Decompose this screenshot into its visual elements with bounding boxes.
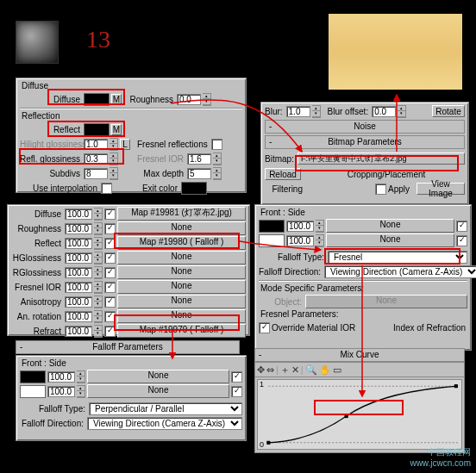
map-row-check[interactable]: ✓ bbox=[104, 208, 116, 220]
rotate-button[interactable]: Rotate bbox=[432, 105, 465, 117]
blur-offset-input[interactable] bbox=[372, 106, 396, 117]
override-ior-check[interactable]: ✓ bbox=[259, 322, 270, 333]
falloff1-dir-select[interactable]: Viewing Direction (Camera Z-Axis) bbox=[87, 417, 242, 430]
subdivs-spinner[interactable]: ▴▾ bbox=[110, 167, 118, 180]
falloff1-type-select[interactable]: Perpendicular / Parallel bbox=[89, 402, 242, 415]
map-row-spinner[interactable]: ▴▾ bbox=[94, 310, 103, 323]
move-icon[interactable]: ✥ bbox=[257, 364, 265, 376]
refl-gloss-spinner[interactable]: ▴▾ bbox=[110, 152, 118, 165]
delete-point-icon[interactable]: ✕ bbox=[291, 364, 299, 376]
falloff1-map2[interactable]: None bbox=[87, 384, 229, 398]
map-row-amount[interactable] bbox=[65, 223, 92, 234]
falloff1-val2[interactable] bbox=[47, 386, 75, 397]
curve-graph[interactable]: 1 0 bbox=[257, 379, 462, 450]
interp-check[interactable] bbox=[101, 183, 112, 194]
map-row-button[interactable]: None bbox=[117, 309, 246, 323]
falloff2-val2[interactable] bbox=[286, 235, 314, 246]
falloff1-swatch1[interactable] bbox=[20, 370, 46, 383]
falloff1-chk2[interactable]: ✓ bbox=[231, 386, 242, 397]
falloff2-spin1[interactable]: ▴▾ bbox=[316, 220, 324, 233]
map-row-spinner[interactable]: ▴▾ bbox=[94, 266, 103, 279]
hilight-gloss-input[interactable] bbox=[84, 139, 108, 150]
reload-button[interactable]: Reload bbox=[265, 168, 301, 180]
falloff2-chk1[interactable]: ✓ bbox=[456, 221, 467, 232]
falloff1-spin2[interactable]: ▴▾ bbox=[77, 385, 85, 398]
fresnel-refl-check[interactable] bbox=[211, 139, 222, 150]
map-row-button[interactable]: None bbox=[117, 265, 246, 279]
map-row-spinner[interactable]: ▴▾ bbox=[94, 252, 103, 265]
map-row-check[interactable]: ✓ bbox=[104, 326, 116, 337]
map-row-button[interactable]: Map #19979 ( Falloff ) bbox=[117, 324, 246, 338]
map-row-button[interactable]: None bbox=[117, 221, 246, 235]
subdivs-input[interactable] bbox=[84, 168, 108, 179]
roughness-input[interactable] bbox=[177, 94, 201, 105]
fresnel-ior-spinner[interactable]: ▴▾ bbox=[213, 152, 222, 165]
map-row-button[interactable]: None bbox=[117, 280, 246, 294]
blur-input[interactable] bbox=[286, 106, 310, 117]
maxdepth-spinner[interactable]: ▴▾ bbox=[213, 167, 222, 180]
map-row-check[interactable]: ✓ bbox=[104, 311, 116, 322]
mixcurve-header[interactable]: Mix Curve bbox=[254, 348, 465, 362]
map-row-check[interactable]: ✓ bbox=[104, 282, 116, 293]
map-row-spinner[interactable]: ▴▾ bbox=[94, 325, 103, 338]
roughness-spinner[interactable]: ▴▾ bbox=[203, 93, 211, 106]
zoom-icon[interactable]: 🔍 bbox=[305, 364, 317, 376]
map-row-spinner[interactable]: ▴▾ bbox=[94, 281, 103, 294]
map-row-button[interactable]: None bbox=[117, 295, 246, 308]
falloff2-swatch2[interactable] bbox=[259, 234, 285, 247]
map-row-amount[interactable] bbox=[65, 267, 92, 278]
bitmap-path-button[interactable]: F:\平安里黄哥中式\灯罩布2.jpg bbox=[298, 152, 465, 165]
reflect-swatch[interactable] bbox=[84, 123, 110, 136]
map-row-spinner[interactable]: ▴▾ bbox=[94, 222, 103, 235]
map-row-check[interactable]: ✓ bbox=[104, 238, 116, 249]
falloff2-swatch1[interactable] bbox=[259, 220, 285, 233]
map-row-spinner[interactable]: ▴▾ bbox=[94, 208, 103, 221]
blur-spinner[interactable]: ▴▾ bbox=[312, 105, 321, 118]
diffuse-map-button[interactable]: M bbox=[111, 94, 122, 105]
map-row-spinner[interactable]: ▴▾ bbox=[94, 296, 103, 308]
maxdepth-input[interactable] bbox=[187, 168, 211, 179]
view-image-button[interactable]: View Image bbox=[416, 183, 465, 195]
map-row-amount[interactable] bbox=[65, 282, 92, 293]
refl-gloss-input[interactable] bbox=[84, 153, 108, 165]
map-row-button[interactable]: None bbox=[117, 251, 246, 265]
map-row-check[interactable]: ✓ bbox=[104, 267, 116, 278]
reflect-map-button[interactable]: M bbox=[111, 124, 122, 135]
falloff2-map1[interactable]: None bbox=[326, 219, 454, 233]
falloff1-map1[interactable]: None bbox=[87, 370, 229, 383]
map-row-check[interactable]: ✓ bbox=[104, 252, 116, 264]
map-row-amount[interactable] bbox=[65, 252, 92, 264]
fit-icon[interactable]: ▭ bbox=[333, 364, 341, 376]
map-row-amount[interactable] bbox=[65, 326, 92, 337]
blur-offset-spinner[interactable]: ▴▾ bbox=[398, 105, 406, 118]
l-button[interactable]: L bbox=[120, 139, 130, 150]
map-row-amount[interactable] bbox=[65, 311, 92, 322]
map-row-check[interactable]: ✓ bbox=[104, 296, 116, 308]
falloff1-spin1[interactable]: ▴▾ bbox=[77, 370, 85, 383]
falloff2-chk2[interactable]: ✓ bbox=[456, 235, 467, 246]
pan-icon[interactable]: ✋ bbox=[319, 364, 331, 376]
falloff-rollout-header[interactable]: Falloff Parameters bbox=[16, 340, 240, 354]
falloff1-val1[interactable] bbox=[47, 371, 75, 383]
map-row-amount[interactable] bbox=[65, 238, 92, 249]
falloff1-swatch2[interactable] bbox=[20, 385, 46, 398]
map-row-button[interactable]: Map #19980 ( Falloff ) bbox=[117, 236, 246, 250]
noise-rollout[interactable]: Noise bbox=[265, 120, 465, 134]
map-row-amount[interactable] bbox=[65, 296, 92, 308]
falloff2-val1[interactable] bbox=[286, 221, 314, 232]
map-row-amount[interactable] bbox=[65, 208, 92, 220]
diffuse-swatch[interactable] bbox=[84, 93, 110, 106]
falloff2-type-select[interactable]: Fresnel bbox=[328, 251, 467, 264]
apply-check[interactable] bbox=[375, 184, 386, 195]
fresnel-ior-input[interactable] bbox=[187, 153, 211, 165]
map-row-button[interactable]: Map #19981 (灯罩布2.jpg) bbox=[117, 207, 246, 221]
scale-icon[interactable]: ⇔ bbox=[266, 364, 274, 376]
falloff2-map2[interactable]: None bbox=[326, 233, 454, 247]
map-row-check[interactable]: ✓ bbox=[104, 223, 116, 234]
falloff2-dir-select[interactable]: Viewing Direction (Camera Z-Axis) bbox=[324, 265, 476, 278]
hilight-gloss-spinner[interactable]: ▴▾ bbox=[110, 138, 118, 151]
exit-swatch[interactable] bbox=[181, 182, 207, 195]
add-point-icon[interactable]: ＋ bbox=[280, 364, 290, 377]
falloff2-spin2[interactable]: ▴▾ bbox=[316, 234, 324, 247]
falloff1-chk1[interactable]: ✓ bbox=[231, 371, 242, 383]
